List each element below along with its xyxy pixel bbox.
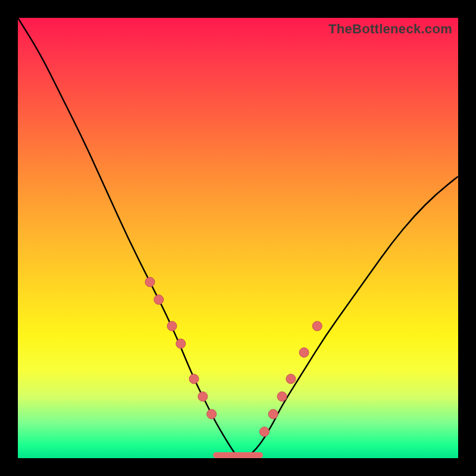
data-marker bbox=[207, 409, 217, 419]
data-marker bbox=[268, 409, 278, 419]
chart-svg bbox=[18, 18, 458, 458]
bottleneck-curve bbox=[18, 18, 458, 458]
data-marker bbox=[145, 277, 155, 287]
marker-cluster-right bbox=[259, 321, 322, 437]
marker-cluster-left bbox=[145, 277, 217, 419]
chart-frame: TheBottleneck.com bbox=[0, 0, 476, 476]
data-marker bbox=[286, 374, 296, 384]
data-marker bbox=[154, 295, 164, 305]
data-marker bbox=[259, 427, 269, 437]
data-marker bbox=[299, 347, 309, 357]
data-marker bbox=[176, 339, 186, 349]
plot-area: TheBottleneck.com bbox=[18, 18, 458, 458]
data-marker bbox=[312, 321, 322, 331]
data-marker bbox=[167, 321, 177, 331]
data-marker bbox=[198, 392, 208, 401]
data-marker bbox=[189, 374, 199, 384]
data-marker bbox=[277, 392, 287, 401]
